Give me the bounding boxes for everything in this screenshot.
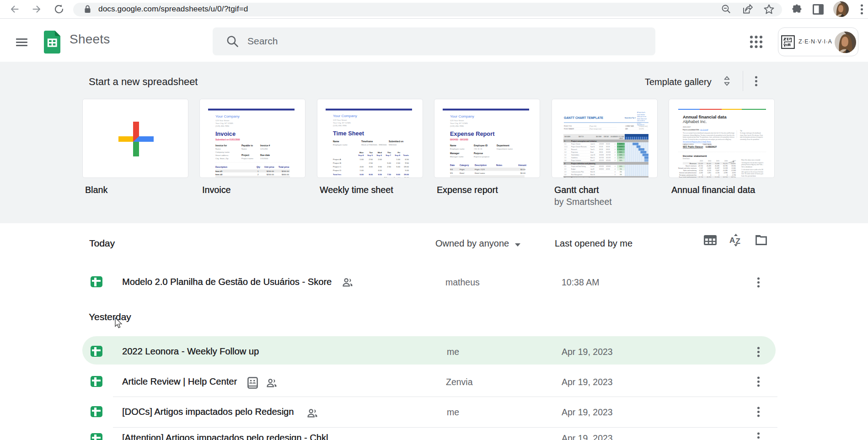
svg-text:7.50: 7.50 xyxy=(387,173,391,176)
svg-text:via Quandl: via Quandl xyxy=(700,129,708,131)
svg-text:$200.00: $200.00 xyxy=(267,170,274,172)
svg-text:-43,700: -43,700 xyxy=(698,165,703,167)
svg-text:Annual financial data: Annual financial data xyxy=(683,114,727,119)
svg-text:4/2/18: 4/2/18 xyxy=(606,168,610,170)
svg-text:1.5: 1.5 xyxy=(564,157,567,159)
svg-text:sheet. The volume statistic fo: sheet. The volume statistic for financia… xyxy=(741,173,764,175)
svg-text:Project A: Project A xyxy=(333,158,341,161)
svg-text:Manager name: Manager name xyxy=(450,156,464,158)
svg-text:0: 0 xyxy=(710,174,711,176)
svg-text:Joan W.: Joan W. xyxy=(590,154,595,156)
svg-text:Payable to: Payable to xyxy=(241,144,253,147)
svg-text:-55,519: -55,519 xyxy=(698,163,703,165)
svg-text:Week of 9/4/2000 - 9/8/2000: Week of 9/4/2000 - 9/8/2000 xyxy=(361,144,387,146)
svg-text:-4,432: -4,432 xyxy=(699,172,703,174)
svg-text:Revenues: Revenues xyxy=(690,163,697,165)
svg-text:3/29/18: 3/29/18 xyxy=(599,168,604,170)
svg-text:Employee ID: Employee ID xyxy=(474,144,488,147)
svg-text:0: 0 xyxy=(718,174,719,176)
svg-text:0%: 0% xyxy=(620,174,622,176)
svg-text:2.00: 2.00 xyxy=(378,158,382,161)
svg-text:Company name: Company name xyxy=(215,151,230,153)
svg-text:Your City, ST 12345: Your City, ST 12345 xyxy=(450,122,468,124)
svg-text:[Company name]: [Company name] xyxy=(639,125,648,127)
svg-text:Purpose: Purpose xyxy=(474,152,483,155)
svg-text:How this data was created: How this data was created xyxy=(741,159,760,161)
svg-text:-2,736: -2,736 xyxy=(732,174,736,176)
svg-text:Stakeholders: Stakeholders xyxy=(571,154,579,156)
svg-text:Sep 4: Sep 4 xyxy=(358,154,364,156)
svg-text:Sep 6: Sep 6 xyxy=(376,154,382,156)
svg-text:4.00: 4.00 xyxy=(378,169,382,172)
svg-text:Department: Department xyxy=(497,144,509,147)
svg-text:9/8/2000: 9/8/2000 xyxy=(389,144,397,146)
svg-text:PROJECT TITLE: PROJECT TITLE xyxy=(564,125,572,127)
svg-text:2.2: 2.2 xyxy=(564,168,567,170)
svg-text:4.00: 4.00 xyxy=(359,166,364,168)
svg-text:-55,629: -55,629 xyxy=(714,177,719,178)
svg-text:-6,136: -6,136 xyxy=(715,172,719,174)
svg-text:Budget: Budget xyxy=(571,168,576,170)
svg-text:80%: 80% xyxy=(619,151,622,153)
svg-text:(123) 456-7890: (123) 456-7890 xyxy=(333,124,347,127)
svg-text:100%: 100% xyxy=(619,143,622,145)
svg-text:5%: 5% xyxy=(620,168,622,170)
svg-text:-66,556: -66,556 xyxy=(723,177,728,178)
svg-text:Brad.: Brad. xyxy=(590,151,594,153)
svg-text:1.00: 1.00 xyxy=(396,158,400,161)
svg-text:2016: 2016 xyxy=(724,160,728,162)
svg-text:2.4: 2.4 xyxy=(564,174,567,176)
svg-text:0: 0 xyxy=(615,171,616,173)
svg-text:4: 4 xyxy=(615,160,616,161)
svg-text:09/04/00 - 09/10/00: 09/04/00 - 09/10/00 xyxy=(450,139,468,141)
svg-text:Project Charter Revisions: Project Charter Revisions xyxy=(571,146,587,148)
svg-text:45,085: 45,085 xyxy=(707,165,711,167)
svg-text:50%: 50% xyxy=(619,157,622,159)
svg-text:table, typesets on this sets s: table, typesets on this sets spu of the … xyxy=(741,171,763,173)
svg-text:Employee name: Employee name xyxy=(450,148,465,150)
svg-text:Department name: Department name xyxy=(497,148,513,150)
svg-text:2: 2 xyxy=(257,173,259,176)
svg-text:Description: Description xyxy=(475,164,487,166)
svg-text:3/1/18: 3/1/18 xyxy=(606,143,610,145)
svg-text:(123) 456-7890: (123) 456-7890 xyxy=(215,125,230,127)
svg-text:1.00: 1.00 xyxy=(359,169,364,172)
svg-text:Tue: Tue xyxy=(370,151,373,154)
svg-text:Name: Name xyxy=(450,144,456,147)
svg-text:100%: 100% xyxy=(619,146,622,148)
svg-text:PROJECT MANAGER: PROJECT MANAGER xyxy=(564,128,574,130)
svg-text:-6,872: -6,872 xyxy=(732,172,736,174)
svg-text:task as well as: task as well as xyxy=(637,120,645,122)
svg-text:Your Company: Your Company xyxy=(215,114,240,118)
svg-text:1: 1 xyxy=(564,140,565,142)
svg-text:$200.00: $200.00 xyxy=(267,173,274,176)
svg-text:2.1: 2.1 xyxy=(564,166,567,167)
svg-text:Sep 5: Sep 5 xyxy=(367,154,373,156)
svg-text:3/17/18: 3/17/18 xyxy=(606,154,611,156)
svg-text:Mark B.: Mark B. xyxy=(590,174,595,176)
svg-text:Scope and Goal Setting: Scope and Goal Setting xyxy=(571,166,586,167)
svg-text:9.50: 9.50 xyxy=(405,162,409,164)
svg-text:3.00: 3.00 xyxy=(369,166,373,168)
svg-text:2013: 2013 xyxy=(700,160,703,162)
svg-text:6.50: 6.50 xyxy=(405,158,409,161)
svg-text:DATA SOURCE: DATA SOURCE xyxy=(683,144,694,145)
svg-text:-12,893: -12,893 xyxy=(731,170,736,172)
svg-text:Item #1: Item #1 xyxy=(215,170,223,172)
svg-text:Mon: Mon xyxy=(359,151,364,154)
svg-text:Mark B.: Mark B. xyxy=(590,171,595,173)
svg-text:City, State, Zip: City, State, Zip xyxy=(215,157,229,160)
svg-text:2: 2 xyxy=(564,163,565,165)
svg-text:that data. To refresh the data: that data. To refresh the data, or to pe… xyxy=(683,139,731,140)
svg-text:Project conception and initiat: Project conception and initiation xyxy=(571,177,597,178)
svg-text:choose 'Share' from the 'File': choose 'Share' from the 'File' edit menu… xyxy=(740,134,763,136)
svg-text:Your Company: Your Company xyxy=(333,114,357,118)
svg-text:2.3: 2.3 xyxy=(564,171,567,173)
svg-text:3/5/18: 3/5/18 xyxy=(599,149,603,150)
svg-text:2013-2017: 2013-2017 xyxy=(683,126,691,128)
svg-text:3: 3 xyxy=(564,177,565,178)
svg-text:yohooing Plovesta to BigQuery: yohooing Plovesta to BigQuery under Publ… xyxy=(741,164,763,166)
svg-text:Projections: Projections xyxy=(571,151,578,153)
svg-text:15,598: 15,598 xyxy=(723,167,728,169)
svg-text:Invoice: Invoice xyxy=(215,130,236,137)
